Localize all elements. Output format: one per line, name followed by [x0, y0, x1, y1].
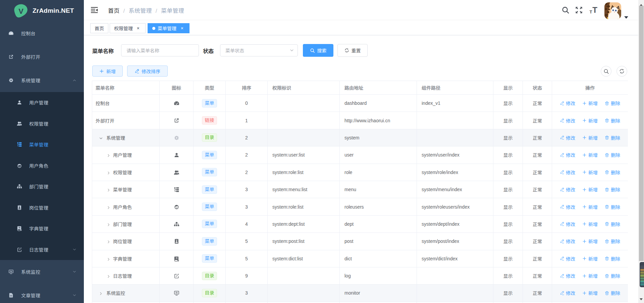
svg-text:V: V	[18, 7, 23, 15]
